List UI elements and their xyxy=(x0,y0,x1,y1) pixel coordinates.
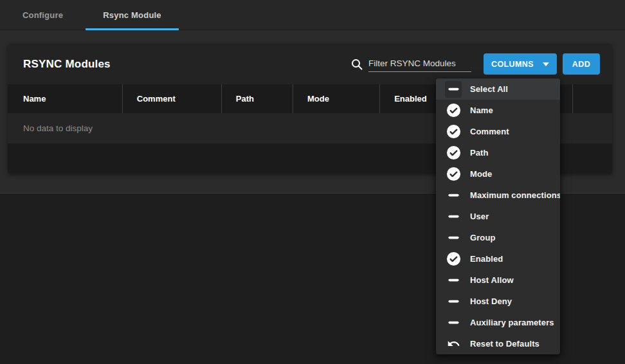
menu-item-label: Select All xyxy=(470,84,508,94)
tab-rsync-module[interactable]: Rsync Module xyxy=(86,0,179,30)
menu-item-name[interactable]: Name xyxy=(436,100,560,121)
menu-item-select-all[interactable]: Select All xyxy=(436,78,560,100)
dash-icon xyxy=(445,314,462,331)
search-icon xyxy=(350,58,363,71)
menu-item-label: Enabled xyxy=(470,254,503,264)
menu-item-mode[interactable]: Mode xyxy=(436,163,560,185)
check-circle-icon xyxy=(445,123,462,140)
columns-button[interactable]: COLUMNS xyxy=(484,53,557,75)
menu-item-label: Host Allow xyxy=(470,275,514,285)
menu-item-host-deny[interactable]: Host Deny xyxy=(436,291,560,312)
tab-bar: Configure Rsync Module xyxy=(0,0,625,30)
menu-item-comment[interactable]: Comment xyxy=(436,121,560,142)
menu-item-label: Comment xyxy=(470,127,509,136)
add-button-label: ADD xyxy=(572,60,590,69)
chevron-down-icon xyxy=(543,62,549,66)
tab-rsync-module-label: Rsync Module xyxy=(103,10,161,20)
menu-item-user[interactable]: User xyxy=(436,206,560,227)
check-circle-icon xyxy=(445,102,462,119)
page-title: RSYNC Modules xyxy=(23,58,111,71)
menu-item-enabled[interactable]: Enabled xyxy=(436,248,560,269)
dash-icon xyxy=(445,230,462,246)
columns-button-label: COLUMNS xyxy=(491,60,534,69)
menu-item-host-allow[interactable]: Host Allow xyxy=(436,269,560,291)
menu-item-path[interactable]: Path xyxy=(436,142,560,163)
menu-item-label: Mode xyxy=(470,169,492,179)
menu-item-label: Reset to Defaults xyxy=(470,339,539,349)
menu-item-label: Group xyxy=(470,233,496,242)
menu-item-label: Path xyxy=(470,148,489,158)
add-button[interactable]: ADD xyxy=(563,53,600,75)
dash-icon xyxy=(445,208,462,225)
tab-configure-label: Configure xyxy=(23,10,63,20)
column-header-mode[interactable]: Mode xyxy=(293,84,380,113)
menu-item-label: Host Deny xyxy=(470,296,512,306)
filter-group xyxy=(350,57,471,72)
menu-item-label: Maximum connections xyxy=(470,190,560,200)
menu-item-reset-to-defaults[interactable]: Reset to Defaults xyxy=(436,333,560,354)
dash-icon xyxy=(445,272,462,289)
no-data-message: No data to display xyxy=(23,123,93,133)
menu-item-label: Name xyxy=(470,105,493,115)
column-header-comment[interactable]: Comment xyxy=(123,84,222,113)
menu-item-label: Auxiliary parameters xyxy=(470,318,554,327)
columns-dropdown-menu: Select All Name Comment Path Mode Maximu… xyxy=(436,78,560,354)
column-header-path[interactable]: Path xyxy=(222,84,293,113)
menu-item-label: User xyxy=(470,212,489,221)
menu-item-auxiliary-parameters[interactable]: Auxiliary parameters xyxy=(436,312,560,333)
check-circle-icon xyxy=(445,145,462,161)
column-header-spacer xyxy=(573,84,612,113)
dash-icon xyxy=(445,187,462,204)
column-header-name[interactable]: Name xyxy=(8,84,123,113)
dash-icon xyxy=(445,293,462,310)
check-circle-icon xyxy=(445,251,462,268)
dash-icon xyxy=(445,81,462,98)
menu-item-group[interactable]: Group xyxy=(436,227,560,248)
undo-icon xyxy=(445,336,462,352)
filter-input[interactable] xyxy=(368,57,471,72)
column-header-spacer xyxy=(558,84,573,113)
tab-configure[interactable]: Configure xyxy=(0,0,86,30)
check-circle-icon xyxy=(445,166,462,183)
menu-item-maximum-connections[interactable]: Maximum connections xyxy=(436,185,560,206)
